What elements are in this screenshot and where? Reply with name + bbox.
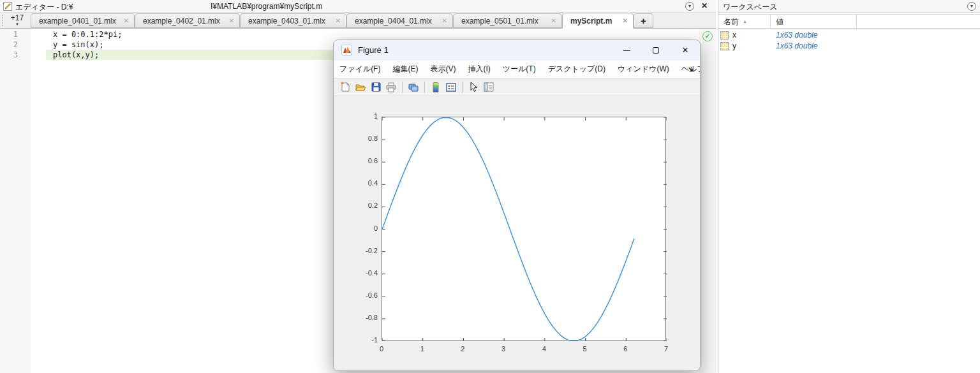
matlab-figure-icon [341,45,352,55]
tab-close-icon[interactable]: ✕ [623,17,628,24]
new-document-icon [340,82,351,92]
variable-value: 1x63 double [776,31,817,40]
toolbar-separator [402,82,403,93]
menu-insert[interactable]: 挿入(I) [468,64,490,75]
hidden-tabs-caret-icon: ▼ [5,23,29,26]
figure-window-title: Figure 1 [358,45,389,55]
x-tick-label: 0 [372,345,391,353]
variable-name: x [732,31,736,40]
line-number: 2 [13,40,18,50]
editor-pencil-icon [3,2,12,11]
open-file-button[interactable] [353,80,368,95]
tab-close-icon[interactable]: ✕ [229,17,234,24]
tab-label: example_0402_01.mlx [143,17,220,26]
menu-tools[interactable]: ツール(T) [503,64,536,75]
menu-edit[interactable]: 編集(E) [392,64,418,75]
y-tick-label: -0.4 [355,269,378,277]
workspace-row-x[interactable]: x 1x63 double [718,30,980,41]
tab-close-icon[interactable]: ✕ [551,17,556,24]
print-figure-button[interactable] [383,80,399,95]
workspace-row-y[interactable]: y 1x63 double [718,41,980,52]
tab-close-icon[interactable]: ✕ [124,17,129,24]
tab-label: example_0501_01.mlx [461,17,538,26]
workspace-panel: ワークスペース ▼ 名前▲ 値 x 1x63 double y 1x63 dou… [718,0,980,373]
workspace-title: ワークスペース [723,2,777,13]
tab-example-0404[interactable]: example_0404_01.mlx ✕ [346,13,453,28]
link-plot-icon [408,82,419,93]
y-axis-tick-labels: -1-0.8-0.6-0.4-0.200.20.40.60.81 [355,117,378,340]
new-tab-button[interactable]: + [634,13,653,28]
editor-titlebar: エディター - D:¥ I¥MATLAB¥program¥myScript.m … [0,0,716,13]
column-header-empty [857,15,980,28]
x-tick-label: 1 [413,345,432,353]
hidden-tabs-count: +17 [5,13,29,23]
tab-example-0403[interactable]: example_0403_01.mlx ✕ [240,13,346,28]
pointer-icon [468,82,479,92]
workspace-titlebar: ワークスペース ▼ [718,0,980,13]
x-tick-label: 7 [657,345,676,353]
tab-myscript[interactable]: myScript.m ✕ [562,13,634,29]
editor-file-path: I¥MATLAB¥program¥myScript.m [211,2,322,11]
menu-file[interactable]: ファイル(F) [339,64,380,75]
edit-plot-button[interactable] [466,80,481,95]
new-figure-button[interactable] [338,80,353,95]
tab-bar-grip[interactable] [1,15,4,27]
x-tick-label: 6 [616,345,635,353]
workspace-actions-icon[interactable]: ▼ [967,2,976,11]
printer-icon [385,82,397,93]
tab-label: example_0401_01.mlx [39,17,116,26]
code-analyzer-check-icon[interactable]: ✓ [702,31,713,41]
y-tick-label: -0.2 [355,247,378,254]
tab-example-0402[interactable]: example_0402_01.mlx ✕ [135,13,240,28]
x-tick-label: 3 [494,345,513,353]
toolbar-separator [424,82,425,93]
code-analyzer-rail: ✓ [699,29,716,373]
figure-titlebar[interactable]: Figure 1 ✕ [334,40,700,61]
y-tick-label: 1 [355,112,378,120]
tab-close-icon[interactable]: ✕ [336,17,341,24]
insert-colorbar-button[interactable] [428,80,443,95]
y-tick-label: -1 [355,336,378,344]
figure-window[interactable]: Figure 1 ✕ ファイル(F) 編集(E) 表示(V) 挿入(I) ツール… [333,40,701,371]
matrix-variable-icon [720,42,729,50]
link-plot-button[interactable] [406,80,421,95]
editor-title: エディター - D:¥ [15,2,73,13]
y-tick-label: -0.6 [355,291,378,299]
menu-view[interactable]: 表示(V) [430,64,456,75]
minimize-icon [623,50,630,51]
tab-label: example_0404_01.mlx [355,17,432,26]
close-button[interactable]: ✕ [671,40,700,61]
tab-example-0501[interactable]: example_0501_01.mlx ✕ [453,13,562,28]
save-figure-button[interactable] [368,80,383,95]
x-tick-label: 5 [575,345,595,353]
tab-label: example_0403_01.mlx [248,17,325,26]
variable-value: 1x63 double [776,41,817,50]
y-tick-label: 0.6 [355,157,378,165]
tab-close-icon[interactable]: ✕ [442,17,447,24]
code-line-1[interactable]: x = 0:0.1:2*pi; [46,29,699,40]
editor-tab-bar: +17 ▼ example_0401_01.mlx ✕ example_0402… [0,13,716,29]
menu-desktop[interactable]: デスクトップ(D) [548,64,605,75]
figure-toolbar [334,78,700,96]
line-number: 3 [13,50,18,60]
maximize-button[interactable] [641,40,671,61]
column-header-value[interactable]: 値 [771,15,857,28]
dock-figure-icon[interactable]: ↘ [688,65,694,73]
editor-close-icon[interactable]: ✕ [701,1,708,10]
toolbar-separator [462,82,463,93]
legend-icon [445,82,457,93]
tab-example-0401[interactable]: example_0401_01.mlx ✕ [31,13,135,28]
minimize-button[interactable] [612,40,641,61]
menu-window[interactable]: ウィンドウ(W) [618,64,669,75]
y-tick-label: 0.2 [355,201,378,209]
property-inspector-button[interactable] [481,80,496,95]
hidden-tabs-button[interactable]: +17 ▼ [5,13,29,29]
column-header-name[interactable]: 名前▲ [718,15,771,28]
x-axis-tick-labels: 01234567 [382,345,666,354]
insert-legend-button[interactable] [443,80,459,95]
workspace-table-header: 名前▲ 値 [718,14,980,29]
editor-actions-icon[interactable]: ▼ [685,2,694,11]
property-inspector-icon [483,82,494,92]
save-icon [371,82,382,92]
y-tick-label: 0.4 [355,179,378,187]
